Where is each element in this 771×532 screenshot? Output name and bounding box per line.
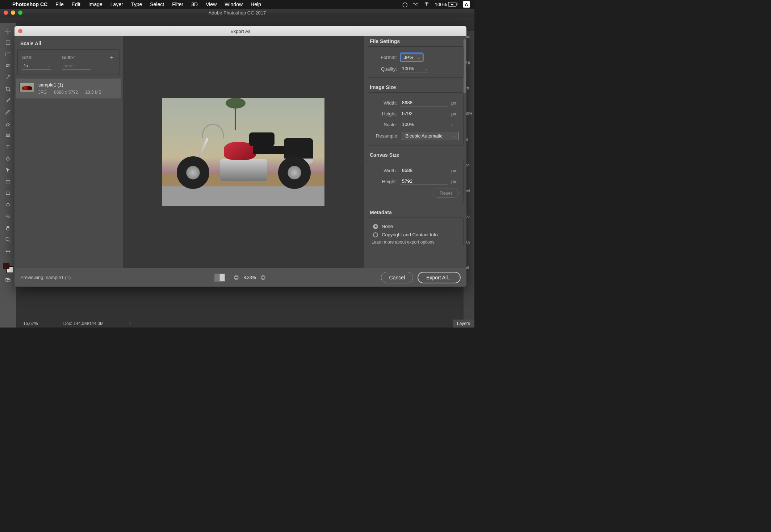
metadata-title: Metadata: [364, 207, 466, 217]
magic-wand-tool-icon[interactable]: [3, 73, 13, 82]
resample-select[interactable]: Bicubic Automatic⌵: [402, 132, 459, 140]
preview-mode-toggle[interactable]: [214, 274, 225, 282]
ellipse-tool-icon[interactable]: [3, 200, 13, 209]
svg-point-0: [426, 5, 427, 5]
size-label: Size:: [22, 55, 51, 60]
asset-filesize: 28.5 MB: [85, 90, 101, 95]
reset-button[interactable]: Reset: [433, 189, 459, 198]
scrollbar[interactable]: [464, 39, 466, 93]
image-width-input[interactable]: [401, 99, 448, 106]
unit-px: px: [451, 179, 456, 184]
zoom-controls: 8.33%: [214, 274, 267, 282]
svg-rect-16: [263, 276, 264, 279]
canvas-size-group: Width: px Height: px Reset: [367, 160, 464, 203]
input-source-indicator[interactable]: A: [463, 1, 470, 8]
scale-all-box: Size: 1x⌵ Suffix: +: [17, 49, 120, 75]
wifi-icon[interactable]: [423, 1, 430, 8]
window-zoom-icon[interactable]: [18, 10, 22, 15]
move-tool-icon[interactable]: [3, 27, 13, 35]
svg-rect-10: [6, 279, 9, 282]
window-close-icon[interactable]: [4, 10, 8, 15]
quality-select[interactable]: 100%⌵: [401, 65, 429, 72]
marquee-tool-icon[interactable]: [3, 50, 13, 59]
add-scale-button[interactable]: +: [110, 54, 114, 69]
chevron-down-icon: ⌵: [418, 55, 420, 59]
crop-tool-icon[interactable]: [3, 85, 13, 93]
svg-point-9: [6, 237, 9, 241]
zoom-out-button[interactable]: [232, 274, 240, 281]
image-size-title: Image Size: [364, 82, 466, 92]
canvas-height-input[interactable]: [401, 178, 448, 185]
document-zoom[interactable]: 16,67%: [23, 321, 38, 326]
radio-icon: [373, 224, 378, 229]
svg-rect-13: [235, 277, 238, 278]
size-select[interactable]: 1x⌵: [22, 62, 51, 69]
zoom-in-button[interactable]: [260, 274, 267, 281]
export-as-dialog: Export As Scale All Size: 1x⌵ Suffix:: [14, 26, 466, 287]
eyedropper-tool-icon[interactable]: [3, 96, 13, 105]
metadata-none-radio[interactable]: None: [373, 224, 459, 229]
cancel-button[interactable]: Cancel: [381, 272, 414, 283]
asset-item[interactable]: sample1 (1) JPG 8688 x 5792 28.5 MB: [16, 79, 121, 98]
artboard-tool-icon[interactable]: [3, 38, 13, 47]
menu-select[interactable]: Select: [150, 1, 164, 7]
unit-px: px: [451, 100, 456, 106]
rectangle-tool-icon[interactable]: [3, 177, 13, 186]
export-options-link[interactable]: export options.: [407, 240, 436, 245]
image-size-group: Width: px Height: px Scale: 100%⌵ Resamp: [367, 92, 464, 145]
preview-image[interactable]: [162, 98, 324, 206]
window-minimize-icon[interactable]: [11, 10, 15, 15]
image-height-label: Height:: [372, 111, 397, 117]
more-tools-icon[interactable]: •••: [3, 247, 13, 256]
canvas-width-label: Width:: [372, 168, 397, 173]
zoom-tool-icon[interactable]: [3, 235, 13, 244]
gradient-tool-icon[interactable]: [3, 131, 13, 140]
menu-edit[interactable]: Edit: [72, 1, 80, 7]
tools-panel: •••: [0, 23, 16, 328]
format-select[interactable]: JPG⌵: [401, 53, 423, 62]
menu-file[interactable]: File: [55, 1, 64, 7]
resample-label: Resample:: [372, 133, 398, 139]
metadata-copyright-radio[interactable]: Copyright and Contact Info: [373, 232, 459, 237]
image-height-input[interactable]: [401, 110, 448, 117]
creative-cloud-icon[interactable]: ◯: [402, 2, 408, 7]
bluetooth-icon[interactable]: ⌥: [413, 2, 418, 7]
menu-view[interactable]: View: [206, 1, 217, 7]
app-name[interactable]: Photoshop CC: [12, 1, 47, 7]
eraser-tool-icon[interactable]: [3, 119, 13, 128]
suffix-input[interactable]: [62, 62, 91, 69]
menu-help[interactable]: Help: [251, 1, 261, 7]
previewing-label: Previewing: sample1 (1): [20, 275, 71, 280]
battery-status[interactable]: 100%: [435, 2, 458, 7]
brush-tool-icon[interactable]: [3, 108, 13, 117]
menu-image[interactable]: Image: [88, 1, 102, 7]
canvas-width-input[interactable]: [401, 167, 448, 174]
menu-layer[interactable]: Layer: [110, 1, 123, 7]
canvas-height-label: Height:: [372, 179, 397, 184]
rounded-rectangle-tool-icon[interactable]: [3, 189, 13, 198]
menu-filter[interactable]: Filter: [172, 1, 183, 7]
status-arrow-icon[interactable]: 〉: [129, 321, 133, 327]
export-all-button[interactable]: Export All...: [418, 272, 461, 283]
layers-tab[interactable]: Layers: [453, 320, 474, 328]
radio-icon: [373, 232, 378, 237]
asset-name: sample1 (1): [38, 82, 118, 88]
menu-3d[interactable]: 3D: [191, 1, 198, 7]
pen-tool-icon[interactable]: [3, 154, 13, 163]
window-title: Adobe Photoshop CC 2017: [209, 10, 266, 16]
path-selection-tool-icon[interactable]: [3, 166, 13, 174]
svg-rect-2: [457, 3, 457, 5]
screen-mode-icon[interactable]: [3, 276, 13, 284]
type-tool-icon[interactable]: [3, 143, 13, 151]
dialog-close-icon[interactable]: [18, 29, 22, 33]
hand-tool-icon[interactable]: [3, 224, 13, 232]
custom-shape-tool-icon[interactable]: [3, 212, 13, 221]
lasso-tool-icon[interactable]: [3, 62, 13, 70]
menu-window[interactable]: Window: [225, 1, 243, 7]
image-scale-select[interactable]: 100%⌵: [401, 121, 455, 128]
color-swatch[interactable]: [3, 263, 13, 273]
chevron-down-icon: ⌵: [453, 134, 456, 138]
document-size[interactable]: Doc: 144,0M/144,0M: [63, 321, 104, 326]
menu-type[interactable]: Type: [131, 1, 142, 7]
svg-rect-6: [6, 180, 10, 183]
